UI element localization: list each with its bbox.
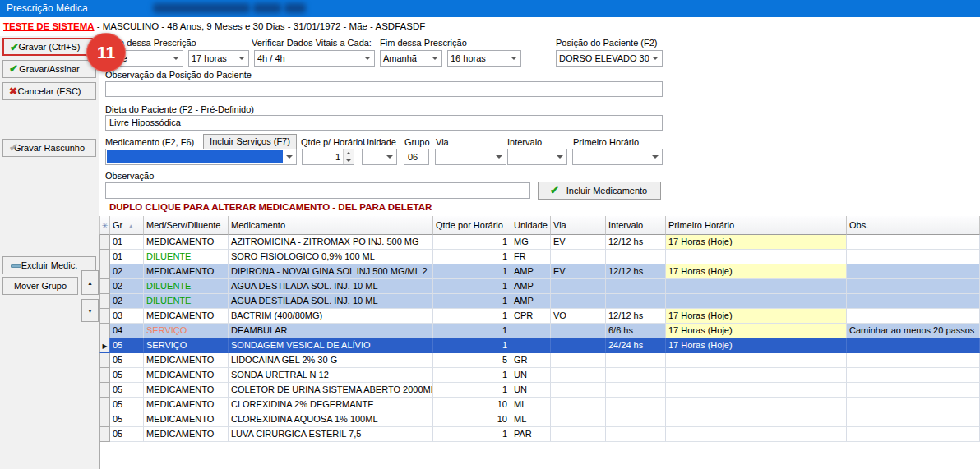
cell-medicamento[interactable]: BACTRIM (400/80MG)	[229, 309, 433, 324]
row-indicator[interactable]	[99, 279, 110, 294]
dropdown-arrow-icon[interactable]	[361, 51, 374, 66]
cell-intervalo[interactable]	[606, 427, 666, 442]
row-indicator[interactable]	[99, 398, 110, 412]
cell-unidade[interactable]	[511, 338, 551, 353]
cell-unidade[interactable]: UN	[511, 383, 551, 398]
column-header-med-serv-diluente[interactable]: Med/Serv/Diluente	[144, 216, 229, 235]
incluir-servicos-button[interactable]: Incluir Serviços (F7)	[203, 134, 297, 149]
cell-primeiro-horario[interactable]	[666, 383, 847, 398]
cell-gr[interactable]: 02	[110, 279, 144, 294]
column-header-unidade[interactable]: Unidade	[511, 216, 551, 235]
dropdown-arrow-icon[interactable]	[383, 149, 396, 164]
cell-gr[interactable]: 05	[110, 368, 144, 383]
cell-primeiro-horario[interactable]	[666, 294, 847, 309]
cell-unidade[interactable]: CPR	[511, 309, 551, 324]
observacao-input[interactable]	[105, 182, 530, 199]
cell-primeiro-horario[interactable]: 17 Horas (Hoje)	[666, 338, 847, 353]
cell-intervalo[interactable]: 12/12 hs	[606, 309, 666, 324]
cell-tipo[interactable]: MEDICAMENTO	[144, 235, 229, 250]
row-indicator[interactable]	[99, 235, 110, 250]
cell-qtde[interactable]: 1	[433, 279, 511, 294]
cell-intervalo[interactable]: 12/12 hs	[606, 235, 666, 250]
via-combo[interactable]	[435, 149, 506, 165]
row-indicator[interactable]	[99, 427, 110, 442]
cell-tipo[interactable]: MEDICAMENTO	[144, 412, 229, 427]
cell-qtde[interactable]: 5	[433, 353, 511, 368]
cell-unidade[interactable]: GR	[511, 353, 551, 368]
grid-row[interactable]: ▶05SERVIÇOSONDAGEM VESICAL DE ALÍVIO124/…	[99, 338, 980, 353]
row-indicator[interactable]	[99, 383, 110, 398]
cell-gr[interactable]: 01	[110, 235, 144, 250]
data-hora-combo[interactable]: 17 horas	[188, 50, 249, 67]
cell-tipo[interactable]: MEDICAMENTO	[144, 309, 229, 324]
cell-intervalo[interactable]	[606, 250, 666, 264]
row-indicator[interactable]	[99, 264, 110, 279]
column-header-intervalo[interactable]: Intervalo	[606, 216, 666, 235]
column-header-primeiro-hor-rio[interactable]: Primeiro Horário	[666, 216, 847, 235]
cell-tipo[interactable]: MEDICAMENTO	[144, 427, 229, 442]
cell-tipo[interactable]: DILUENTE	[144, 250, 229, 264]
cell-primeiro-horario[interactable]	[666, 279, 847, 294]
grid-row[interactable]: 05MEDICAMENTOLIDOCAINA GEL 2% 30 G5GR	[99, 353, 980, 368]
cell-intervalo[interactable]	[606, 368, 666, 383]
gravar-assinar-button[interactable]: ✔ Gravar/Assinar	[2, 60, 96, 78]
cell-gr[interactable]: 01	[110, 250, 144, 264]
cell-obs[interactable]	[847, 309, 980, 324]
row-indicator[interactable]	[99, 250, 110, 264]
incluir-medicamento-button[interactable]: ✔ Incluir Medicamento	[538, 182, 661, 200]
grid-row[interactable]: 05MEDICAMENTOCOLETOR DE URINA SISTEMA AB…	[99, 383, 980, 398]
cell-via[interactable]	[551, 338, 606, 353]
cell-primeiro-horario[interactable]	[666, 427, 847, 442]
cell-medicamento[interactable]: AGUA DESTILADA SOL. INJ. 10 ML	[229, 279, 433, 294]
stepper-up-icon[interactable]	[344, 149, 354, 157]
cell-via[interactable]	[551, 324, 606, 338]
grid-row[interactable]: 02DILUENTEAGUA DESTILADA SOL. INJ. 10 ML…	[99, 279, 980, 294]
dropdown-arrow-icon[interactable]	[649, 149, 662, 164]
cell-via[interactable]	[551, 427, 606, 442]
cell-medicamento[interactable]: DEAMBULAR	[229, 324, 433, 338]
dropdown-arrow-icon[interactable]	[235, 51, 248, 66]
select-all-corner[interactable]: ✳	[99, 216, 110, 235]
cell-via[interactable]	[551, 279, 606, 294]
cell-gr[interactable]: 05	[110, 398, 144, 412]
fim-data-combo[interactable]: Amanhã	[380, 50, 442, 67]
gravar-button[interactable]: ✔ Gravar (Ctrl+S)	[2, 38, 96, 56]
intervalo-combo[interactable]	[507, 149, 567, 165]
obs-posicao-input[interactable]	[105, 81, 663, 97]
cell-intervalo[interactable]: 6/6 hs	[606, 324, 666, 338]
cell-primeiro-horario[interactable]	[666, 250, 847, 264]
cell-primeiro-horario[interactable]	[666, 353, 847, 368]
dropdown-arrow-icon[interactable]	[507, 51, 520, 66]
cell-primeiro-horario[interactable]	[666, 368, 847, 383]
row-indicator[interactable]	[99, 412, 110, 427]
cell-unidade[interactable]: MG	[511, 235, 551, 250]
cell-qtde[interactable]: 1	[433, 324, 511, 338]
cell-gr[interactable]: 02	[110, 294, 144, 309]
cell-via[interactable]: EV	[551, 235, 606, 250]
cell-gr[interactable]: 04	[110, 324, 144, 338]
cell-gr[interactable]: 02	[110, 264, 144, 279]
posicao-paciente-combo[interactable]: DORSO ELEVADO 30 G	[556, 50, 663, 67]
cell-gr[interactable]: 05	[110, 383, 144, 398]
cell-via[interactable]	[551, 294, 606, 309]
grid-row[interactable]: 01MEDICAMENTOAZITROMICINA - ZITROMAX PO …	[99, 235, 980, 250]
cell-intervalo[interactable]	[606, 383, 666, 398]
grupo-input[interactable]: 06	[404, 149, 429, 165]
primeiro-horario-combo[interactable]	[572, 149, 663, 165]
qtde-stepper[interactable]: 1	[302, 149, 354, 165]
cell-intervalo[interactable]	[606, 398, 666, 412]
cell-medicamento[interactable]: LIDOCAINA GEL 2% 30 G	[229, 353, 433, 368]
cell-unidade[interactable]	[511, 324, 551, 338]
cell-obs[interactable]	[847, 412, 980, 427]
cell-tipo[interactable]: MEDICAMENTO	[144, 264, 229, 279]
cell-via[interactable]	[551, 383, 606, 398]
cell-qtde[interactable]: 1	[433, 235, 511, 250]
cell-tipo[interactable]: MEDICAMENTO	[144, 368, 229, 383]
cell-primeiro-horario[interactable]: 17 Horas (Hoje)	[666, 324, 847, 338]
dropdown-arrow-icon[interactable]	[492, 149, 506, 164]
cell-medicamento[interactable]: LUVA CIRURGICA ESTERIL 7,5	[229, 427, 433, 442]
cell-obs[interactable]	[847, 383, 980, 398]
unidade-combo[interactable]	[362, 149, 397, 165]
cell-gr[interactable]: 03	[110, 309, 144, 324]
cell-primeiro-horario[interactable]: 17 Horas (Hoje)	[666, 235, 847, 250]
